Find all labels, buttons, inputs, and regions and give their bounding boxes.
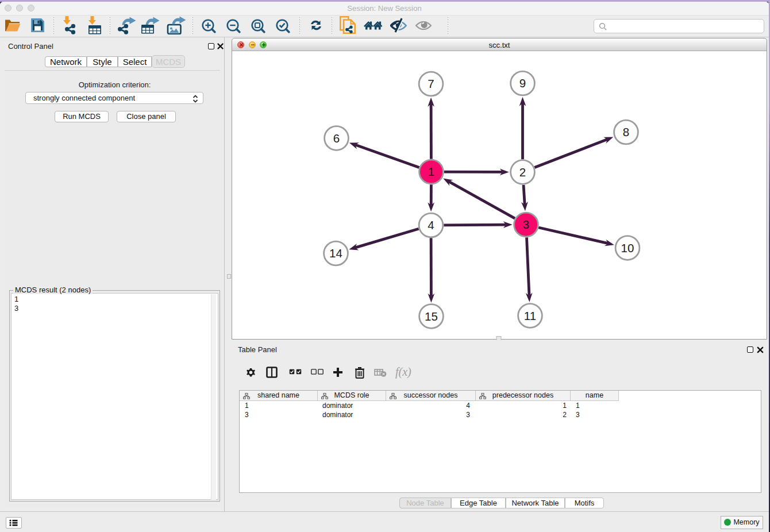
svg-text:7: 7 — [428, 77, 434, 90]
svg-text:3: 3 — [523, 218, 529, 231]
svg-text:4: 4 — [428, 218, 434, 232]
svg-text:2: 2 — [519, 165, 526, 178]
svg-text:10: 10 — [621, 241, 634, 254]
svg-text:8: 8 — [623, 125, 629, 138]
svg-text:6: 6 — [333, 131, 340, 144]
svg-text:9: 9 — [519, 76, 526, 90]
svg-text:11: 11 — [524, 309, 536, 322]
svg-text:15: 15 — [425, 309, 438, 322]
svg-text:1: 1 — [428, 165, 434, 178]
svg-text:14: 14 — [329, 246, 342, 260]
